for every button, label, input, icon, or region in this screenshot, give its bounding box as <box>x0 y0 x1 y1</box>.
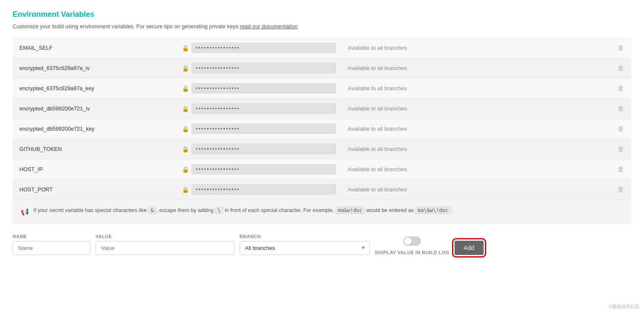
code-example-before: ma&w!doc <box>335 207 365 214</box>
value-group: VALUE <box>96 234 234 255</box>
notice-text: If your secret variable has special char… <box>33 206 454 215</box>
delete-button[interactable]: 🗑 <box>610 140 631 158</box>
env-value-field <box>192 144 336 154</box>
env-branch: Available to all branches <box>341 181 610 198</box>
env-value-field <box>192 184 336 195</box>
branch-select[interactable]: All branches master develop <box>240 241 370 255</box>
env-value-field <box>192 103 336 114</box>
lock-icon: 🔒 <box>182 45 189 51</box>
display-value-toggle[interactable] <box>403 236 421 246</box>
lock-icon: 🔒 <box>182 65 189 72</box>
notice-box: 📢 If your secret variable has special ch… <box>13 200 631 224</box>
code-ampersand: & <box>148 207 156 214</box>
env-value-field <box>192 83 336 94</box>
env-branch: Available to all branches <box>341 100 610 117</box>
env-value-container: 🔒 <box>177 100 341 117</box>
env-value-field <box>192 123 336 134</box>
table-row: encrypted_db599200e721_iv 🔒 Available to… <box>13 99 631 119</box>
env-value-container: 🔒 <box>177 140 341 158</box>
env-value-container: 🔒 <box>177 59 341 77</box>
page-container: Environment Variables Customize your bui… <box>0 0 644 265</box>
env-branch: Available to all branches <box>341 40 610 56</box>
lock-icon: 🔒 <box>182 146 189 153</box>
lock-icon: 🔒 <box>182 166 189 173</box>
lock-icon: 🔒 <box>182 85 189 92</box>
env-var-name: HOST_PORT <box>13 181 177 198</box>
env-var-name: encrypted_db599200e721_iv <box>13 100 177 117</box>
add-button[interactable]: Add <box>455 241 484 255</box>
notice-icon: 📢 <box>21 207 29 217</box>
table-row: HOST_IP 🔒 Available to all branches 🗑 <box>13 159 631 180</box>
env-branch: Available to all branches <box>341 60 610 76</box>
env-branch: Available to all branches <box>341 141 610 157</box>
toggle-knob <box>404 237 412 245</box>
page-title: Environment Variables <box>13 10 631 19</box>
env-value-field <box>192 43 336 53</box>
delete-button[interactable]: 🗑 <box>610 120 631 138</box>
env-branch: Available to all branches <box>341 80 610 97</box>
env-branch: Available to all branches <box>341 161 610 177</box>
env-var-name: EMAIL_SELF <box>13 40 177 56</box>
doc-link[interactable]: read our documentation <box>240 23 298 30</box>
delete-button[interactable]: 🗑 <box>610 80 631 97</box>
env-var-name: encrypted_6375c629a97a_iv <box>13 60 177 76</box>
name-input[interactable] <box>13 241 90 255</box>
delete-button[interactable]: 🗑 <box>610 181 631 199</box>
delete-button[interactable]: 🗑 <box>610 161 631 178</box>
env-value-container: 🔒 <box>177 161 341 178</box>
env-value-container: 🔒 <box>177 120 341 137</box>
branch-label: BRANCH <box>240 234 370 239</box>
value-input[interactable] <box>96 241 234 255</box>
table-row: encrypted_db599200e721_key 🔒 Available t… <box>13 119 631 139</box>
env-value-field <box>192 164 336 174</box>
table-row: encrypted_6375c629a97a_key 🔒 Available t… <box>13 78 631 99</box>
env-branch: Available to all branches <box>341 121 610 137</box>
lock-icon: 🔒 <box>182 186 189 193</box>
table-row: encrypted_6375c629a97a_iv 🔒 Available to… <box>13 58 631 78</box>
code-example-after: ma\&w\!doc <box>415 207 450 214</box>
toggle-label: DISPLAY VALUE IN BUILD LOG <box>375 250 450 255</box>
env-var-name: encrypted_6375c629a97a_key <box>13 80 177 97</box>
page-description: Customize your build using environment v… <box>13 23 631 30</box>
env-value-container: 🔒 <box>177 181 341 198</box>
env-var-name: HOST_IP <box>13 161 177 177</box>
table-row: GITHUB_TOKEN 🔒 Available to all branches… <box>13 139 631 159</box>
name-group: NAME <box>13 234 90 255</box>
toggle-group: DISPLAY VALUE IN BUILD LOG <box>375 236 450 255</box>
env-value-field <box>192 63 336 73</box>
env-var-name: GITHUB_TOKEN <box>13 141 177 157</box>
env-value-container: 🔒 <box>177 80 341 97</box>
name-label: NAME <box>13 234 90 239</box>
table-row: EMAIL_SELF 🔒 Available to all branches 🗑 <box>13 38 631 58</box>
value-label: VALUE <box>96 234 234 239</box>
delete-button[interactable]: 🗑 <box>610 59 631 77</box>
delete-button[interactable]: 🗑 <box>610 100 631 118</box>
lock-icon: 🔒 <box>182 126 189 132</box>
table-row: HOST_PORT 🔒 Available to all branches 🗑 <box>13 180 631 200</box>
branch-container: All branches master develop ▼ <box>240 241 370 255</box>
code-backslash: \ <box>215 207 223 214</box>
add-form: NAME VALUE BRANCH All branches master de… <box>13 234 631 255</box>
env-list: EMAIL_SELF 🔒 Available to all branches 🗑… <box>13 38 631 200</box>
lock-icon: 🔒 <box>182 105 189 112</box>
env-value-container: 🔒 <box>177 39 341 56</box>
description-text: Customize your build using environment v… <box>13 23 238 30</box>
env-var-name: encrypted_db599200e721_key <box>13 121 177 137</box>
branch-group: BRANCH All branches master develop ▼ <box>240 234 370 255</box>
delete-button[interactable]: 🗑 <box>610 39 631 57</box>
